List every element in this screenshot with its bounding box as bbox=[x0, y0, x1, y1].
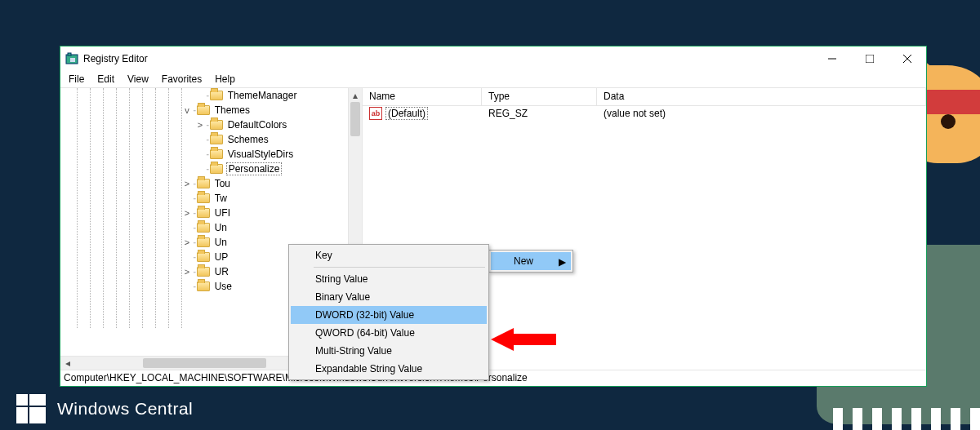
tree-node[interactable]: v··Themes bbox=[60, 103, 362, 117]
close-button[interactable] bbox=[889, 47, 926, 71]
registry-editor-window: Registry Editor File Edit View Favorites… bbox=[60, 46, 927, 387]
context-menu-item[interactable]: DWORD (32-bit) Value bbox=[291, 306, 487, 324]
svg-rect-2 bbox=[70, 58, 75, 62]
maximize-button[interactable] bbox=[851, 47, 889, 71]
context-menu-item[interactable]: Expandable String Value bbox=[291, 360, 487, 378]
folder-icon bbox=[210, 164, 223, 174]
expand-icon[interactable]: > bbox=[194, 120, 206, 130]
context-menu-item-label: QWORD (64-bit) Value bbox=[315, 327, 415, 339]
expand-icon[interactable]: > bbox=[181, 267, 193, 277]
window-title: Registry Editor bbox=[83, 53, 813, 64]
svg-marker-7 bbox=[491, 328, 556, 351]
tree-node[interactable]: ··Personalize bbox=[60, 162, 362, 176]
tree-node-label: Use bbox=[213, 281, 234, 292]
menu-view[interactable]: View bbox=[122, 72, 154, 86]
tree-node-label: Tou bbox=[213, 178, 232, 189]
folder-icon bbox=[197, 105, 210, 115]
folder-icon bbox=[210, 149, 223, 159]
folder-icon bbox=[197, 267, 210, 277]
tree-node[interactable]: ··Tw bbox=[60, 191, 362, 206]
svg-rect-4 bbox=[866, 55, 874, 63]
expand-icon[interactable]: > bbox=[181, 179, 193, 188]
context-menu-item[interactable]: QWORD (64-bit) Value bbox=[291, 324, 487, 342]
menu-bar: File Edit View Favorites Help bbox=[60, 71, 926, 87]
menu-favorites[interactable]: Favorites bbox=[157, 72, 207, 86]
folder-icon bbox=[197, 179, 210, 188]
menu-separator bbox=[314, 267, 485, 268]
expand-icon[interactable]: > bbox=[181, 237, 193, 247]
folder-icon bbox=[210, 120, 223, 130]
reg-string-icon: ab bbox=[369, 107, 382, 120]
scroll-thumb[interactable] bbox=[350, 102, 360, 136]
list-header: Name Type Data bbox=[363, 88, 926, 106]
menu-help[interactable]: Help bbox=[210, 72, 240, 86]
value-type: REG_SZ bbox=[482, 107, 597, 120]
tree-node[interactable]: ··Schemes bbox=[60, 132, 362, 147]
folder-icon bbox=[210, 91, 223, 100]
list-row[interactable]: ab(Default)REG_SZ(value not set) bbox=[363, 106, 926, 121]
tree-node-label: VisualStyleDirs bbox=[226, 149, 295, 160]
tree-node[interactable]: ··VisualStyleDirs bbox=[60, 147, 362, 162]
tree-node-label: Tw bbox=[213, 193, 229, 204]
folder-icon bbox=[197, 193, 210, 203]
tree-node-label: Un bbox=[213, 237, 229, 248]
context-menu-item[interactable]: Key bbox=[291, 246, 487, 264]
windows-logo-icon bbox=[16, 394, 46, 423]
svg-rect-1 bbox=[68, 53, 71, 55]
context-menu-item-label: Binary Value bbox=[315, 291, 370, 303]
tree-node-label: UP bbox=[213, 251, 230, 263]
context-menu-item-label: String Value bbox=[315, 273, 368, 285]
context-menu: New ▶ bbox=[488, 250, 573, 273]
tree-node[interactable]: ··Un bbox=[60, 220, 362, 235]
tree-node-label: Schemes bbox=[226, 134, 270, 145]
tree-node[interactable]: >··UFI bbox=[60, 206, 362, 220]
annotation-arrow-icon bbox=[491, 326, 556, 352]
context-menu-item[interactable]: Binary Value bbox=[291, 288, 487, 306]
value-data: (value not set) bbox=[597, 107, 926, 120]
context-menu-new-submenu: KeyString ValueBinary ValueDWORD (32-bit… bbox=[288, 244, 489, 380]
tree-node-label: Personalize bbox=[226, 162, 283, 175]
tree-node[interactable]: >··Tou bbox=[60, 176, 362, 191]
folder-icon bbox=[197, 252, 210, 262]
folder-icon bbox=[197, 237, 210, 247]
tree-node-label: UR bbox=[213, 266, 230, 277]
collapse-icon[interactable]: v bbox=[181, 105, 193, 115]
regedit-icon bbox=[65, 52, 78, 65]
context-menu-item-label: Expandable String Value bbox=[315, 363, 422, 375]
tree-node-label: ThemeManager bbox=[226, 90, 299, 101]
folder-icon bbox=[197, 281, 210, 291]
context-menu-item-label: Multi-String Value bbox=[315, 345, 392, 357]
hscroll-thumb[interactable] bbox=[143, 358, 266, 368]
watermark-text: Windows Central bbox=[57, 399, 193, 419]
value-name: (Default) bbox=[385, 107, 428, 120]
column-header-name[interactable]: Name bbox=[363, 88, 482, 105]
column-header-data[interactable]: Data bbox=[597, 88, 926, 105]
folder-icon bbox=[197, 223, 210, 233]
tree-node-label: Un bbox=[213, 222, 229, 233]
title-bar[interactable]: Registry Editor bbox=[60, 47, 926, 71]
tree-node-label: UFI bbox=[213, 207, 232, 219]
minimize-button[interactable] bbox=[813, 47, 851, 71]
column-header-type[interactable]: Type bbox=[482, 88, 597, 105]
menu-edit[interactable]: Edit bbox=[92, 72, 119, 86]
context-menu-item-label: New bbox=[514, 255, 533, 267]
watermark: Windows Central bbox=[16, 394, 193, 423]
status-bar: Computer\HKEY_LOCAL_MACHINE\SOFTWARE\Mic… bbox=[60, 370, 926, 386]
scroll-up-button[interactable]: ▴ bbox=[349, 88, 362, 102]
tree-node[interactable]: >··DefaultColors bbox=[60, 117, 362, 132]
menu-file[interactable]: File bbox=[64, 72, 89, 86]
context-menu-item-label: Key bbox=[315, 250, 332, 261]
tree-node-label: Themes bbox=[213, 104, 252, 116]
context-menu-item-label: DWORD (32-bit) Value bbox=[315, 309, 414, 321]
expand-icon[interactable]: > bbox=[181, 208, 193, 218]
context-menu-item[interactable]: String Value bbox=[291, 270, 487, 288]
tree-node[interactable]: ··ThemeManager bbox=[60, 88, 362, 103]
submenu-arrow-icon: ▶ bbox=[559, 256, 566, 268]
folder-icon bbox=[210, 135, 223, 144]
folder-icon bbox=[197, 208, 210, 218]
context-menu-item[interactable]: Multi-String Value bbox=[291, 342, 487, 360]
tree-node-label: DefaultColors bbox=[226, 119, 289, 131]
context-menu-item-new[interactable]: New ▶ bbox=[491, 252, 571, 270]
scroll-left-button[interactable]: ◂ bbox=[60, 357, 74, 370]
